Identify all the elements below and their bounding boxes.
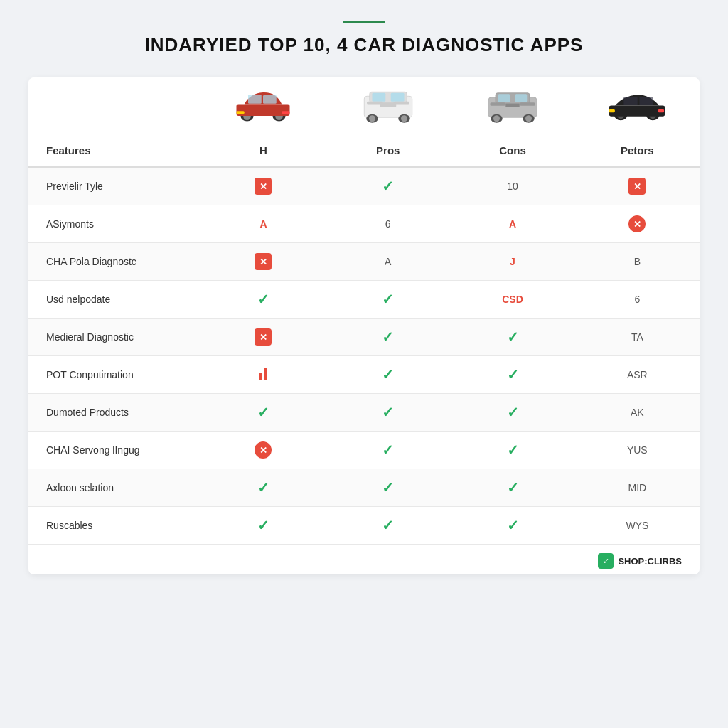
check-icon: ✓: [382, 405, 394, 420]
check-icon: ✓: [507, 405, 519, 420]
car3-image-cell: [450, 77, 574, 134]
cell-value: ASR: [627, 369, 648, 380]
cell: ✓: [450, 432, 574, 469]
col2-header: Pros: [326, 134, 450, 168]
cell: MID: [575, 469, 700, 507]
table-row: CHA Pola Diagnostc ✕ A J B: [28, 243, 700, 281]
cell-value: 6: [634, 294, 640, 305]
logo-text: SHOP:CLIRBS: [618, 556, 682, 567]
check-icon: ✓: [382, 329, 394, 345]
svg-rect-8: [282, 111, 290, 114]
check-icon: ✓: [382, 367, 394, 382]
svg-rect-36: [624, 97, 638, 105]
cell: ✓: [450, 318, 574, 356]
x-box-icon: ✕: [255, 328, 272, 346]
cell-value: CSD: [502, 294, 523, 305]
cell: ✓: [326, 507, 450, 545]
features-col-label: Features: [28, 134, 201, 168]
cell-value: 10: [507, 181, 518, 192]
cell-value: A: [385, 256, 391, 267]
cell: ✕: [201, 167, 326, 205]
svg-point-30: [525, 115, 532, 122]
svg-point-28: [493, 115, 500, 122]
feature-label: Axloon selation: [28, 469, 201, 507]
table-row: Usd nelpodate ✓ ✓ CSD 6: [28, 281, 700, 318]
cell: J: [450, 243, 574, 281]
page-title: INDARYIED TOP 10, 4 CAR DIAGNOSTIC APPS: [145, 34, 584, 56]
cell: ✓: [326, 469, 450, 507]
cell-value: YUS: [627, 444, 648, 456]
cell: A: [326, 243, 450, 281]
cell: ✓: [201, 281, 326, 318]
cell: ✕: [575, 205, 700, 243]
cell: ✓: [326, 167, 450, 205]
table-row: CHAI Servong lIngug ✕ ✓ ✓ YUS: [28, 432, 700, 469]
feature-label: ASiymonts: [28, 205, 201, 243]
x-box-icon: ✕: [255, 178, 272, 195]
cell: ✕: [201, 432, 326, 469]
col1-header: H: [201, 134, 326, 168]
car2-image-cell: [326, 77, 450, 134]
check-icon: ✓: [257, 405, 269, 420]
x-box-icon: ✕: [255, 253, 272, 270]
svg-rect-11: [372, 93, 385, 102]
car1-image-cell: [201, 77, 326, 134]
cell-value: A: [259, 218, 267, 230]
svg-rect-5: [248, 95, 262, 104]
feature-col-header: [28, 77, 201, 134]
svg-rect-22: [498, 94, 510, 102]
car4-image: [605, 85, 669, 124]
car2-image: [356, 85, 420, 124]
cell-value: WYS: [626, 520, 648, 531]
col4-header: Petors: [575, 134, 700, 168]
svg-rect-26: [505, 104, 520, 107]
table-row: Ruscables ✓ ✓ ✓ WYS: [28, 507, 700, 545]
comparison-table-wrapper: Features H Pros Cons Petors Previelir Ty…: [28, 77, 700, 574]
svg-rect-38: [658, 109, 664, 112]
table-row: POT Conputimation ✓ ✓ ASR: [28, 356, 700, 394]
x-circle-icon: ✕: [255, 441, 272, 459]
svg-rect-39: [609, 109, 615, 112]
cell: ✓: [450, 469, 574, 507]
table-body: Features H Pros Cons Petors Previelir Ty…: [28, 134, 700, 545]
cell-value: 6: [385, 218, 391, 230]
feature-label: Previelir Tyle: [28, 167, 201, 205]
cell: 10: [450, 167, 574, 205]
feature-label: Usd nelpodate: [28, 281, 201, 318]
check-icon: ✓: [382, 178, 394, 194]
cell: 6: [575, 281, 700, 318]
cell-value: MID: [628, 482, 646, 493]
cell: ✓: [326, 394, 450, 432]
comparison-table: Features H Pros Cons Petors Previelir Ty…: [28, 77, 700, 545]
cell: ✓: [201, 469, 326, 507]
cell: ASR: [575, 356, 700, 394]
cell: ✓: [450, 356, 574, 394]
title-bar: INDARYIED TOP 10, 4 CAR DIAGNOSTIC APPS: [145, 21, 584, 56]
cell: WYS: [575, 507, 700, 545]
feature-label: Dumoted Products: [28, 394, 201, 432]
check-icon: ✓: [507, 329, 519, 345]
car1-image: [231, 85, 295, 124]
cell: ✓: [201, 507, 326, 545]
footer-logo: ✓ SHOP:CLIRBS: [28, 545, 700, 574]
feature-label: Ruscables: [28, 507, 201, 545]
cell: ✓: [326, 281, 450, 318]
check-icon: ✓: [507, 442, 519, 458]
table-row: ASiymonts A 6 A ✕: [28, 205, 700, 243]
svg-point-19: [401, 115, 407, 122]
cell: ✓: [450, 394, 574, 432]
cell-value: B: [634, 256, 641, 267]
svg-rect-12: [390, 93, 404, 102]
cell: ✓: [326, 356, 450, 394]
cell: [201, 356, 326, 394]
cell: 6: [326, 205, 450, 243]
svg-rect-23: [515, 94, 528, 102]
check-icon: ✓: [382, 480, 394, 496]
svg-rect-35: [609, 106, 665, 117]
cell: A: [450, 205, 574, 243]
cell: ✓: [326, 432, 450, 469]
check-icon: ✓: [507, 367, 519, 382]
bar-icon: [259, 368, 267, 380]
cell: A: [201, 205, 326, 243]
cell-value: A: [509, 218, 516, 230]
